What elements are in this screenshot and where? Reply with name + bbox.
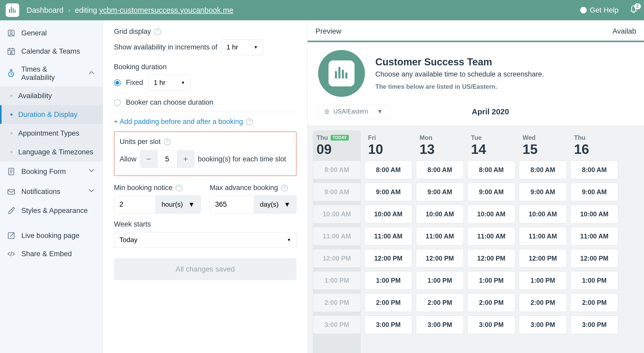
time-slot[interactable]: 12:00 PM	[364, 249, 412, 268]
caret-down-icon: ▼	[188, 200, 195, 209]
sidebar-item-share-embed[interactable]: Share & Embed	[0, 245, 103, 263]
day-column: Wed158:00 AM9:00 AM10:00 AM11:00 AM12:00…	[519, 130, 567, 353]
time-slot[interactable]: 8:00 AM	[467, 161, 515, 179]
breadcrumb-dashboard[interactable]: Dashboard	[27, 6, 63, 15]
sidebar-item-booking-form[interactable]: Booking Form	[0, 161, 103, 181]
time-slot[interactable]: 3:00 PM	[570, 316, 618, 334]
help-icon[interactable]: ?	[154, 28, 161, 35]
day-column: Tue148:00 AM9:00 AM10:00 AM11:00 AM12:00…	[467, 130, 515, 353]
time-slot[interactable]: 12:00 PM	[467, 249, 515, 268]
sidebar-item-general[interactable]: General	[0, 24, 103, 42]
min-notice-unit-select[interactable]: hour(s) ▼	[156, 196, 201, 213]
time-slot[interactable]: 1:00 PM	[570, 271, 618, 290]
fixed-label: Fixed	[126, 79, 143, 87]
bars-icon	[329, 60, 355, 86]
breadcrumb-url[interactable]: ycbm-customersuccess.youcanbook.me	[99, 6, 233, 14]
time-slot[interactable]: 1:00 PM	[467, 271, 515, 290]
time-slot[interactable]: 11:00 AM	[416, 227, 464, 245]
min-notice-label: Min booking notice ?	[114, 184, 201, 192]
day-of-week: Wed	[523, 134, 536, 141]
sidebar-item-live-booking[interactable]: Live booking page	[0, 226, 103, 245]
time-slot[interactable]: 2:00 PM	[467, 293, 515, 312]
time-slot[interactable]: 3:00 PM	[416, 316, 464, 334]
booker-choose-label: Booker can choose duration	[126, 98, 213, 106]
time-slot[interactable]: 11:00 AM	[570, 227, 618, 245]
max-advance-input[interactable]	[210, 196, 254, 213]
time-slot[interactable]: 12:00 PM	[416, 249, 464, 268]
day-column: Thu168:00 AM9:00 AM10:00 AM11:00 AM12:00…	[570, 130, 618, 353]
time-slot[interactable]: 12:00 PM	[570, 249, 618, 268]
time-slot[interactable]: 1:00 PM	[519, 271, 567, 290]
units-input[interactable]	[157, 151, 177, 167]
add-padding-link[interactable]: + Add padding before and after a booking…	[114, 118, 253, 126]
time-slot[interactable]: 2:00 PM	[570, 293, 618, 312]
time-slot[interactable]: 2:00 PM	[416, 293, 464, 312]
min-notice-input[interactable]	[114, 196, 156, 213]
sidebar-sub-availability[interactable]: Availability	[0, 86, 103, 105]
tab-preview[interactable]: Preview	[315, 22, 342, 41]
help-icon[interactable]: ?	[281, 185, 288, 191]
stepper-increment[interactable]: +	[177, 151, 194, 167]
time-slot[interactable]: 3:00 PM	[519, 316, 567, 334]
time-slot[interactable]: 8:00 AM	[416, 161, 464, 179]
app-logo[interactable]	[6, 3, 19, 17]
help-icon[interactable]: ?	[164, 138, 171, 145]
time-slot[interactable]: 12:00 PM	[519, 249, 567, 268]
today-badge: TODAY	[331, 135, 349, 141]
time-slot[interactable]: 2:00 PM	[519, 293, 567, 312]
sidebar-sub-language-timezones[interactable]: Language & Timezones	[0, 143, 103, 161]
help-icon[interactable]: ?	[246, 118, 253, 125]
time-slot[interactable]: 10:00 AM	[467, 205, 515, 223]
time-slot: 3:00 PM	[313, 316, 361, 334]
help-icon[interactable]: ?	[176, 185, 182, 191]
max-advance-unit-select[interactable]: day(s) ▼	[254, 196, 296, 213]
day-of-week: Thu	[574, 134, 585, 141]
sidebar-sub-duration-display[interactable]: Duration & Display	[0, 105, 103, 124]
time-slot[interactable]: 2:00 PM	[364, 293, 412, 312]
sidebar-item-label: Booking Form	[21, 167, 66, 176]
time-slot[interactable]: 8:00 AM	[364, 161, 412, 179]
sidebar-item-notifications[interactable]: Notifications	[0, 181, 103, 201]
day-header: Tue14	[467, 130, 515, 161]
time-slot[interactable]: 11:00 AM	[364, 227, 412, 245]
time-slot[interactable]: 9:00 AM	[519, 183, 567, 201]
time-slot[interactable]: 3:00 PM	[364, 316, 412, 334]
time-slot[interactable]: 3:00 PM	[467, 316, 515, 334]
time-slot[interactable]: 10:00 AM	[364, 205, 412, 223]
sidebar-item-times-availability[interactable]: Times & Availability	[0, 60, 103, 86]
divider	[114, 112, 297, 112]
time-slot[interactable]: 10:00 AM	[416, 205, 464, 223]
time-slot[interactable]: 10:00 AM	[519, 205, 567, 223]
day-of-week: Thu	[317, 134, 328, 141]
time-slot[interactable]: 9:00 AM	[467, 183, 515, 201]
week-starts-select[interactable]: Today ▼	[114, 232, 297, 248]
chevron-down-icon	[87, 186, 96, 197]
time-slot[interactable]: 10:00 AM	[570, 205, 618, 223]
time-slot[interactable]: 11:00 AM	[519, 227, 567, 245]
sidebar-item-styles-appearance[interactable]: Styles & Appearance	[0, 201, 103, 220]
time-slot[interactable]: 1:00 PM	[364, 271, 412, 290]
day-header: Mon13	[416, 130, 464, 161]
min-notice-input-group: hour(s) ▼	[114, 196, 201, 213]
time-slot[interactable]: 9:00 AM	[364, 183, 412, 201]
increment-select[interactable]: 1 hr ▼	[221, 39, 263, 55]
stepper-decrement[interactable]: −	[140, 151, 157, 167]
time-slot[interactable]: 8:00 AM	[570, 161, 618, 179]
radio-fixed[interactable]	[114, 79, 121, 86]
time-slot[interactable]: 1:00 PM	[416, 271, 464, 290]
svg-point-5	[10, 52, 12, 53]
sidebar-item-calendar-teams[interactable]: Calendar & Teams	[0, 42, 103, 60]
time-slot[interactable]: 9:00 AM	[416, 183, 464, 201]
radio-booker-choose[interactable]	[114, 99, 121, 106]
get-help-button[interactable]: ? Get Help	[579, 6, 619, 14]
time-slot[interactable]: 9:00 AM	[570, 183, 618, 201]
time-slot[interactable]: 8:00 AM	[519, 161, 567, 179]
tab-availability[interactable]: Availab	[613, 22, 636, 41]
time-slot[interactable]: 11:00 AM	[467, 227, 515, 245]
notifications-bell[interactable]: 2	[629, 5, 638, 15]
fixed-duration-select[interactable]: 1 hr ▼	[148, 75, 191, 91]
booking-duration-label: Booking duration	[114, 63, 297, 71]
preview-tz-note: The times below are listed in US/Eastern…	[375, 83, 544, 90]
sidebar-sub-appointment-types[interactable]: Appointment Types	[0, 124, 103, 143]
grid-display-label: Grid display ?	[114, 28, 297, 36]
